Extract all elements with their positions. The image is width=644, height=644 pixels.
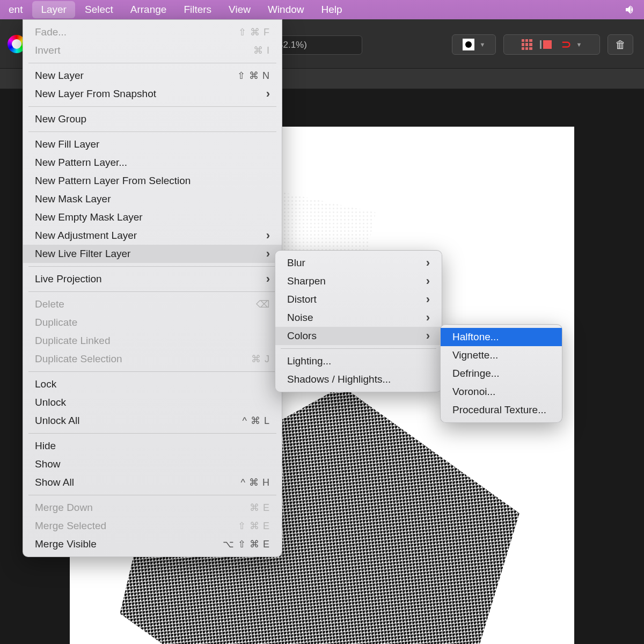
menu-item-label: New Layer [35,70,84,82]
menu-item-label: Show [35,458,61,470]
live-filter-submenu: Blur›Sharpen›Distort›Noise›Colors›Lighti… [275,250,442,392]
menu-item-label: Hide [35,440,56,452]
menu-ent[interactable]: ent [0,0,31,19]
menu-item-distort[interactable]: Distort› [275,290,442,309]
menu-item-label: New Mask Layer [35,193,111,205]
trash-icon: 🗑 [615,39,626,51]
menu-item-merge-visible[interactable]: Merge Visible⌥ ⇧ ⌘ E [23,535,282,553]
menu-item-label: Lock [35,378,56,390]
chevron-right-icon: › [426,329,430,343]
menu-item-duplicate-linked: Duplicate Linked [23,332,282,350]
menu-item-label: Duplicate Selection [35,353,122,365]
menu-arrange[interactable]: Arrange [122,0,175,19]
menu-item-merge-down: Merge Down⌘ E [23,499,282,517]
mask-mode-button[interactable]: ▼ [452,34,496,55]
menu-item-label: Colors [287,330,317,342]
menu-item-label: Lighting... [287,355,331,367]
menubar-status [624,0,636,19]
menu-item-sharpen[interactable]: Sharpen› [275,272,442,290]
menu-separator [28,63,276,63]
menu-item-hide[interactable]: Hide [23,437,282,455]
menu-item-label: Distort [287,294,317,305]
chevron-right-icon: › [426,292,430,306]
menu-item-label: Merge Down [35,502,93,514]
menu-item-label: Shadows / Highlights... [287,374,391,385]
menu-filters[interactable]: Filters [175,0,220,19]
menu-item-label: New Layer From Snapshot [35,88,156,100]
chevron-right-icon: › [266,272,270,286]
menu-item-lighting[interactable]: Lighting... [275,352,442,370]
trash-button[interactable]: 🗑 [608,34,633,55]
snap-align-group[interactable]: ⊃ ▼ [503,34,600,55]
menu-item-label: New Group [35,113,86,125]
menu-separator [28,106,276,107]
menu-item-new-fill-layer[interactable]: New Fill Layer [23,135,282,153]
menu-item-new-pattern-layer[interactable]: New Pattern Layer... [23,153,282,172]
menu-item-duplicate: Duplicate [23,313,282,332]
menu-window[interactable]: Window [259,0,313,19]
menu-item-noise[interactable]: Noise› [275,309,442,327]
chevron-right-icon: › [266,229,270,243]
menu-item-merge-selected: Merge Selected⇧ ⌘ E [23,517,282,535]
menu-item-fade: Fade...⇧ ⌘ F [23,23,282,41]
menu-item-label: Unlock [35,397,66,408]
menu-separator [28,495,276,495]
menu-item-label: Duplicate [35,317,77,328]
menu-shortcut: ^ ⌘ H [241,477,270,488]
menu-item-vignette[interactable]: Vignette... [441,346,562,364]
menu-item-new-live-filter-layer[interactable]: New Live Filter Layer› [23,245,282,263]
menu-item-new-mask-layer[interactable]: New Mask Layer [23,190,282,208]
snap-grid-icon [522,39,532,50]
menu-item-colors[interactable]: Colors› [275,327,442,345]
menu-shortcut: ⇧ ⌘ N [237,70,270,82]
menu-item-label: New Fill Layer [35,138,99,150]
menu-shortcut: ⌘ I [253,45,270,56]
menu-item-blur[interactable]: Blur› [275,254,442,272]
menu-shortcut: ⇧ ⌘ E [238,520,270,532]
zoom-value: 42.1%) [278,40,307,50]
menu-item-lock[interactable]: Lock [23,375,282,393]
menu-separator [28,291,276,292]
menu-item-new-adjustment-layer[interactable]: New Adjustment Layer› [23,226,282,245]
menu-item-label: Merge Selected [35,520,106,532]
layer-dropdown: Fade...⇧ ⌘ FInvert⌘ INew Layer⇧ ⌘ NNew L… [23,19,282,557]
menu-item-label: Voronoi... [452,386,495,398]
menu-item-label: Delete [35,298,64,310]
menu-item-live-projection[interactable]: Live Projection› [23,270,282,288]
menu-shortcut: ⌥ ⇧ ⌘ E [223,538,270,550]
menu-item-new-group[interactable]: New Group [23,110,282,128]
align-icon [540,40,552,49]
menu-item-new-empty-mask-layer[interactable]: New Empty Mask Layer [23,208,282,226]
menu-item-procedural-texture[interactable]: Procedural Texture... [441,401,562,419]
chevron-right-icon: › [426,256,430,270]
menu-item-voronoi[interactable]: Voronoi... [441,383,562,401]
menu-item-halftone[interactable]: Halftone... [441,328,562,346]
menu-view[interactable]: View [220,0,259,19]
menu-separator [28,266,276,267]
menu-item-new-layer[interactable]: New Layer⇧ ⌘ N [23,67,282,85]
menu-item-show-all[interactable]: Show All^ ⌘ H [23,473,282,492]
menu-item-new-pattern-layer-from-selection[interactable]: New Pattern Layer From Selection [23,172,282,190]
menu-shortcut: ⇧ ⌘ F [238,26,270,38]
menu-layer[interactable]: Layer [32,1,75,18]
menu-item-defringe[interactable]: Defringe... [441,364,562,383]
menu-item-label: Sharpen [287,275,326,287]
zoom-field[interactable]: 42.1%) [271,35,362,55]
menu-separator [28,433,276,434]
menu-item-unlock-all[interactable]: Unlock All^ ⌘ L [23,412,282,430]
menu-item-shadows-highlights[interactable]: Shadows / Highlights... [275,370,442,389]
volume-icon[interactable] [624,3,636,16]
menu-item-label: New Pattern Layer From Selection [35,175,191,187]
menu-help[interactable]: Help [313,0,351,19]
menu-item-new-layer-from-snapshot[interactable]: New Layer From Snapshot› [23,85,282,103]
menu-item-show[interactable]: Show [23,455,282,473]
menu-select[interactable]: Select [76,0,122,19]
menu-item-label: Live Projection [35,273,102,285]
menu-shortcut: ⌫ [256,298,270,310]
chevron-right-icon: › [426,274,430,288]
mask-icon [463,39,474,50]
magnet-icon: ⊃ [561,38,571,52]
menu-item-duplicate-selection: Duplicate Selection⌘ J [23,350,282,368]
menu-item-unlock[interactable]: Unlock [23,393,282,412]
menu-separator [281,348,436,349]
